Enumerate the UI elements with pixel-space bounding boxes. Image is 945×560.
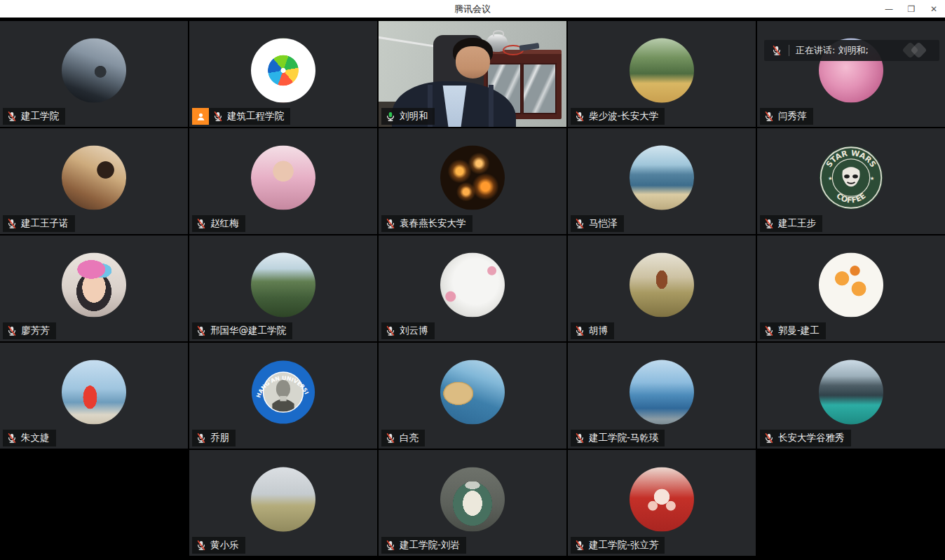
empty-grid-cell (0, 450, 188, 556)
participant-tile[interactable]: 建筑工程学院 (189, 21, 377, 127)
participant-label: 马恺泽 (571, 215, 624, 232)
muted-mic-icon (574, 540, 585, 551)
participant-tile[interactable]: 建工王子诺 (0, 128, 188, 234)
red-dress-avatar (62, 360, 126, 424)
participant-name: 廖芳芳 (21, 325, 50, 337)
muted-mic-icon (763, 218, 775, 229)
muted-mic-icon (574, 218, 585, 229)
participant-tile[interactable]: 赵红梅 (189, 128, 377, 234)
participant-name: 建工王步 (778, 217, 816, 230)
muted-mic-icon (196, 325, 207, 336)
participant-name: 袁春燕长安大学 (400, 217, 466, 230)
participant-tile[interactable]: 袁春燕长安大学 (379, 128, 566, 234)
muted-mic-icon (763, 111, 775, 122)
seashore-avatar (630, 145, 694, 210)
red-new-year-avatar (630, 467, 694, 531)
muted-mic-icon (6, 218, 18, 229)
star-wars-coffee-avatar: STAR WARS COFFEE ★ ★ (819, 145, 883, 210)
participant-name: 朱文婕 (21, 432, 50, 444)
muted-mic-icon (385, 218, 396, 229)
baby-avatar (251, 145, 315, 210)
warm-interior-avatar (62, 145, 126, 210)
muted-mic-icon (6, 111, 18, 122)
participant-label: 闫秀萍 (760, 108, 813, 125)
changan-university-emblem-avatar: CHANG'AN UNIVERSITY (251, 360, 315, 424)
participant-tile[interactable]: CHANG'AN UNIVERSITY 乔朋 (189, 343, 377, 449)
participant-tile[interactable]: 建工学院 (0, 21, 188, 127)
participant-tile[interactable]: 黄小乐 (189, 450, 377, 556)
participant-name: 闫秀萍 (778, 110, 807, 123)
participant-label: 建筑工程学院 (192, 108, 290, 125)
participant-tile[interactable]: 建工学院-马乾瑛 (568, 343, 756, 449)
participant-name: 马恺泽 (589, 217, 618, 230)
participant-tile[interactable]: 建工学院-张立芳 (568, 450, 756, 556)
window-title: 腾讯会议 (0, 3, 945, 15)
candle-lights-avatar (440, 145, 505, 210)
participant-name: 邢国华@建工学院 (210, 325, 286, 337)
participant-tile[interactable]: 邢国华@建工学院 (189, 235, 377, 341)
participant-name: 柴少波-长安大学 (589, 110, 658, 123)
muted-mic-icon (574, 111, 585, 122)
forest-avatar (251, 252, 315, 317)
participant-label: 郭曼-建工 (760, 322, 826, 339)
scarecrow-field-avatar (630, 252, 694, 317)
participant-name: 建工王子诺 (21, 217, 69, 230)
svg-text:★: ★ (870, 175, 875, 182)
participant-name: 乔朋 (210, 432, 229, 444)
participant-grid: 建工学院 建筑工程学院 (0, 21, 945, 556)
muted-mic-icon (385, 540, 396, 551)
participant-tile[interactable]: 柴少波-长安大学 (568, 21, 756, 127)
participant-label: 刘明和 (381, 108, 435, 125)
participant-tile[interactable]: 朱文婕 (0, 343, 188, 449)
participant-tile[interactable]: 郭曼-建工 (757, 235, 945, 341)
participant-tile[interactable]: 建工学院-刘岩 (379, 450, 566, 556)
participant-label: 邢国华@建工学院 (192, 322, 292, 339)
muted-mic-icon (574, 432, 585, 444)
participant-tile[interactable]: 正在讲话: 刘明和; 闫秀萍 (757, 21, 945, 127)
lake-mountains-avatar (630, 360, 694, 424)
participant-tile[interactable]: STAR WARS COFFEE ★ ★ 建工王步 (757, 128, 945, 234)
participant-tile[interactable]: 胡博 (568, 235, 756, 341)
title-bar: 腾讯会议 — ❐ ✕ (0, 0, 945, 18)
participant-label: 长安大学谷雅秀 (760, 430, 851, 446)
participant-label: 白亮 (381, 430, 425, 446)
participant-tile[interactable]: 廖芳芳 (0, 235, 188, 341)
participant-label: 廖芳芳 (3, 322, 56, 339)
svg-text:★: ★ (828, 175, 833, 182)
participant-tile[interactable]: 长安大学谷雅秀 (757, 343, 945, 449)
participant-tile[interactable]: 刘云博 (379, 235, 566, 341)
speaker-face (456, 46, 491, 78)
participant-name: 赵红梅 (210, 217, 239, 230)
muted-mic-icon (385, 432, 396, 444)
restore-button[interactable]: ❐ (900, 0, 923, 18)
participant-tile[interactable]: 白亮 (379, 343, 566, 449)
muted-mic-icon (212, 111, 224, 122)
participant-name: 刘云博 (400, 325, 428, 337)
participant-label: 朱文婕 (3, 430, 56, 446)
participant-label: 建工学院 (3, 108, 65, 125)
active-mic-icon (385, 111, 396, 122)
participant-name: 郭曼-建工 (778, 325, 820, 337)
muted-mic-icon (763, 432, 775, 444)
muted-mic-icon (771, 45, 782, 56)
mountain-cliff-avatar (62, 38, 126, 102)
participant-label: 袁春燕长安大学 (381, 215, 472, 232)
participant-name: 建工学院-刘岩 (400, 539, 460, 552)
park-trees-avatar (630, 38, 694, 102)
woman-hat-avatar (62, 252, 126, 317)
grass-field-avatar (251, 467, 315, 531)
active-speaker-tile[interactable]: 刘明和 (379, 21, 566, 127)
muted-mic-icon (6, 432, 18, 444)
participant-name: 黄小乐 (210, 539, 239, 552)
participant-label: 乔朋 (192, 430, 236, 446)
participant-name: 胡博 (589, 325, 608, 337)
muted-mic-icon (196, 540, 207, 551)
participant-label: 建工学院-张立芳 (571, 537, 665, 554)
participant-name: 建工学院-张立芳 (589, 539, 658, 552)
white-flower-avatar (440, 252, 505, 317)
muted-mic-icon (196, 218, 207, 229)
close-button[interactable]: ✕ (923, 0, 945, 18)
participant-name: 建筑工程学院 (227, 110, 284, 123)
participant-tile[interactable]: 马恺泽 (568, 128, 756, 234)
minimize-button[interactable]: — (878, 0, 900, 18)
